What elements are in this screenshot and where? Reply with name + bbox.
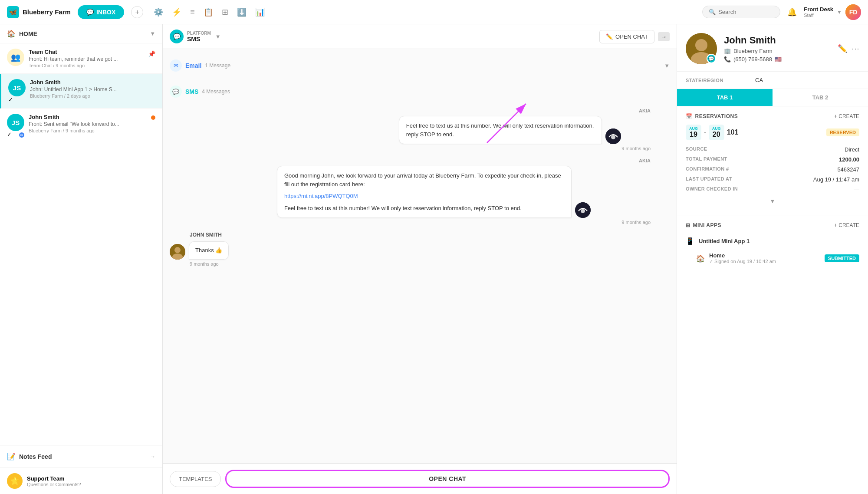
notification-bell[interactable]: 🔔	[787, 7, 797, 17]
conversation-item[interactable]: JS ✓ John Smith John: Untitled Mini App …	[0, 74, 162, 109]
create-mini-app-button[interactable]: + CREATE	[834, 222, 859, 228]
tab-2[interactable]: TAB 2	[773, 89, 868, 106]
home-icon: 🏠	[7, 30, 16, 38]
left-sidebar: 🏠 HOME ▼ 👥 Team Chat Front: Hi team, rem…	[0, 24, 163, 494]
conversation-item[interactable]: JS ✓ ✉ John Smith Front: Sent email "We …	[0, 109, 162, 143]
email-section-header[interactable]: ✉ Email 1 Message ▼	[170, 56, 670, 75]
support-team-item[interactable]: ⭐ Support Team Questions or Comments?	[0, 468, 162, 494]
reservation-card: AUG 19 - AUG 20 101 RESERVED SOURCE Dire…	[686, 125, 859, 194]
svg-point-3	[611, 135, 615, 139]
user-avatar: FD	[845, 4, 861, 20]
chevron-down-icon: ▼	[150, 30, 155, 37]
res-end-date: AUG 20	[709, 125, 724, 140]
create-reservation-button[interactable]: + CREATE	[834, 113, 859, 119]
chevron-down-icon: ▼	[837, 9, 842, 15]
calendar-icon: 📅	[686, 113, 693, 119]
incoming-message: JOHN SMITH Thanks 👍 9 months ago	[170, 232, 670, 267]
open-chat-main-button[interactable]: OPEN CHAT	[225, 470, 670, 488]
nav-icons: ⚙️ ⚡ ≡ 📋 ⊞ ⬇️ 📊	[154, 7, 265, 17]
expand-reservation-icon[interactable]: ▼	[686, 194, 859, 208]
nav-icon-1[interactable]: ⚙️	[154, 7, 163, 17]
templates-button[interactable]: TEMPLATES	[170, 471, 221, 487]
contact-field-row: STATE/REGION CA	[677, 72, 868, 89]
right-panel: 💬 John Smith 🏢 Blueberry Farm 📞 (650) 76…	[677, 24, 868, 494]
chat-messages: ✉ Email 1 Message ▼ 💬 SMS 4 Messages AKI…	[163, 49, 677, 463]
email-icon: ✉	[170, 59, 182, 72]
sms-icon: 💬	[170, 86, 182, 98]
channel-chevron-icon[interactable]: ▼	[215, 33, 221, 40]
chat-header: 💬 PLATFORM SMS ▼ ✏️ OPEN CHAT →	[163, 24, 677, 49]
svg-point-9	[174, 247, 181, 253]
unread-indicator	[151, 115, 155, 120]
pin-icon: 📌	[148, 50, 155, 57]
arrow-right-icon: →	[150, 453, 155, 460]
mini-apps-title: ⊞ MINI APPS	[686, 222, 721, 228]
channel-icon: 💬	[170, 30, 184, 43]
apps-grid-icon: ⊞	[686, 222, 690, 228]
mini-app-item: 📱 Untitled Mini App 1	[686, 234, 859, 249]
home-menu-item[interactable]: 🏠 HOME ▼	[0, 24, 162, 43]
akia-avatar	[575, 202, 591, 218]
conversation-list: 👥 Team Chat Front: Hi team, reminder tha…	[0, 43, 162, 445]
tab-1[interactable]: TAB 1	[677, 89, 773, 106]
john-avatar	[170, 244, 185, 260]
email-badge-icon: ✉	[18, 132, 25, 138]
conversation-item[interactable]: 👥 Team Chat Front: Hi team, reminder tha…	[0, 43, 162, 74]
check-badge: ✓	[8, 96, 26, 103]
nav-icon-5[interactable]: ⊞	[222, 7, 228, 17]
open-chat-arrow[interactable]: →	[658, 32, 670, 41]
logo-icon: 🦋	[7, 6, 19, 18]
reserved-badge: RESERVED	[826, 128, 859, 136]
sms-section-header[interactable]: 💬 SMS 4 Messages	[170, 82, 670, 101]
chat-panel: 💬 PLATFORM SMS ▼ ✏️ OPEN CHAT → ✉ Email …	[163, 24, 677, 494]
reservations-section: 📅 RESERVATIONS + CREATE AUG 19 - AUG 20	[677, 106, 868, 215]
app-logo: 🦋 Blueberry Farm	[7, 6, 71, 18]
mobile-icon: 📱	[686, 237, 694, 245]
contact-phone: 📞 (650) 769-5688 🇺🇸	[724, 56, 831, 63]
reservation-link[interactable]: https://mi.ni.app/8PWQTQ0M	[284, 193, 358, 199]
more-options-button[interactable]: ⋯	[852, 44, 859, 53]
app-name: Blueberry Farm	[23, 8, 71, 16]
message-bubble: Thanks 👍	[189, 241, 229, 260]
res-confirmation-row: CONFIRMATION # 5463247	[686, 165, 859, 175]
outgoing-message: AKIA Feel free to text us at this number…	[170, 108, 670, 151]
contact-name: John Smith	[724, 35, 831, 46]
flag-icon: 🇺🇸	[775, 56, 782, 63]
nav-icon-4[interactable]: 📋	[204, 7, 213, 17]
contact-company: 🏢 Blueberry Farm	[724, 48, 831, 54]
svg-point-12	[695, 39, 707, 51]
res-start-date: AUG 19	[686, 125, 701, 140]
mini-app-sub-item: 🏠 Home ✓ Signed on Aug 19 / 10:42 am SUB…	[696, 249, 859, 268]
conv-avatar: JS	[7, 114, 24, 131]
res-source-row: SOURCE Direct	[686, 145, 859, 155]
mini-apps-section: ⊞ MINI APPS + CREATE 📱 Untitled Mini App…	[677, 215, 868, 275]
section-chevron-icon: ▼	[664, 63, 670, 69]
res-updated-row: LAST UPDATED AT Aug 19 / 11:47 am	[686, 175, 859, 184]
add-button[interactable]: +	[131, 6, 143, 18]
top-navigation: 🦋 Blueberry Farm 💬 INBOX + ⚙️ ⚡ ≡ 📋 ⊞ ⬇️…	[0, 0, 868, 24]
search-input[interactable]	[718, 9, 775, 15]
conv-avatar: JS	[8, 79, 26, 96]
nav-icon-2[interactable]: ⚡	[172, 7, 181, 17]
message-bubble: Good morning John, we look forward to yo…	[277, 166, 572, 218]
nav-icon-7[interactable]: 📊	[255, 7, 265, 17]
nav-icon-6[interactable]: ⬇️	[237, 7, 247, 17]
pencil-icon: ✏️	[606, 33, 613, 40]
inbox-chat-icon: 💬	[86, 9, 94, 16]
contact-header: 💬 John Smith 🏢 Blueberry Farm 📞 (650) 76…	[677, 24, 868, 72]
edit-contact-button[interactable]: ✏️	[838, 44, 847, 53]
outgoing-message-main: AKIA Good morning John, we look forward …	[170, 158, 670, 225]
res-owner-row: OWNER CHECKED IN —	[686, 184, 859, 194]
notes-feed-link[interactable]: 📝 Notes Feed →	[0, 445, 162, 468]
open-chat-header-button[interactable]: ✏️ OPEN CHAT	[599, 30, 654, 43]
nav-icon-3[interactable]: ≡	[190, 7, 195, 16]
contact-badge-icon: 💬	[707, 54, 716, 63]
akia-avatar	[605, 128, 621, 144]
svg-point-7	[581, 209, 585, 213]
inbox-button[interactable]: 💬 INBOX	[78, 5, 124, 19]
reservations-title: 📅 RESERVATIONS	[686, 113, 738, 119]
home-app-icon: 🏠	[696, 254, 705, 263]
user-menu[interactable]: Front Desk Staff ▼ FD	[804, 4, 861, 20]
chat-footer: TEMPLATES OPEN CHAT	[163, 463, 677, 494]
support-avatar: ⭐	[7, 473, 23, 489]
